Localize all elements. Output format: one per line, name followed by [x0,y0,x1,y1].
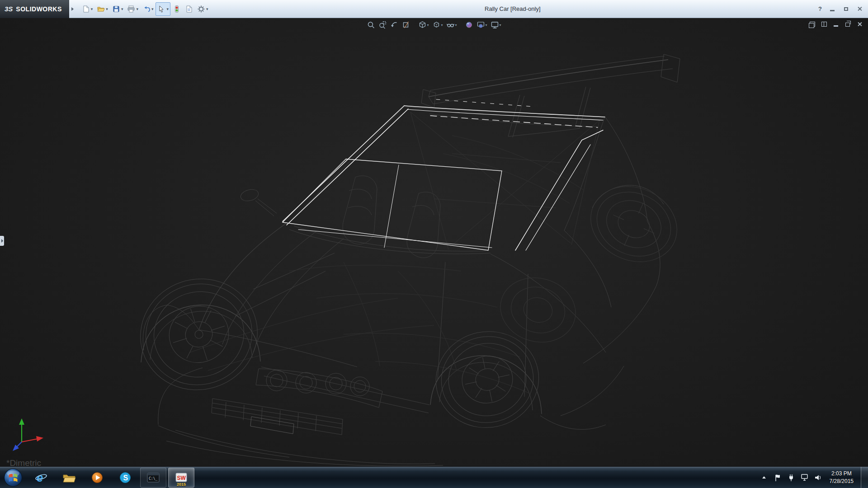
doc-minimize-button[interactable] [833,21,839,27]
view-cube-icon [418,21,426,29]
view-orientation-button[interactable]: ▾ [416,19,430,31]
appearance-sphere-icon [465,21,473,29]
media-player-icon [91,471,104,484]
doc-restore-button[interactable] [844,21,851,27]
volume-button[interactable] [814,474,822,482]
taskbar-media-player[interactable] [84,468,110,488]
edit-appearance-button[interactable] [463,19,475,31]
taskbar-windows-explorer[interactable] [56,468,82,488]
view-settings-button[interactable]: ▾ [489,19,503,31]
main-toolbar: ▾ ▾ ▾ ▾ ▾ ▾ [80,2,211,16]
gear-icon [197,5,205,13]
doc-cascade-button[interactable] [809,21,816,27]
speaker-icon [814,474,822,481]
dropdown-arrow-icon[interactable]: ▾ [500,23,501,27]
action-center-button[interactable] [774,474,782,482]
solidworks-version-badge: 2015 [169,482,194,487]
save-icon [112,5,120,13]
doc-close-button[interactable] [856,21,863,27]
save-button[interactable]: ▾ [110,2,125,16]
dropdown-arrow-icon[interactable]: ▾ [206,7,208,11]
close-icon [857,22,862,27]
folder-icon [62,472,76,483]
close-button[interactable] [856,6,863,12]
zoom-to-area-icon [378,21,387,29]
previous-view-icon [390,21,398,29]
wireframe-car-model [0,18,868,466]
taskbar-internet-explorer[interactable]: e [28,468,54,488]
select-button[interactable]: ▾ [156,2,170,16]
taskbar-solidworks[interactable]: SW 2015 [168,468,194,488]
cascade-windows-icon [810,22,815,27]
open-folder-icon [97,5,105,13]
new-document-icon [82,5,90,13]
x-axis-arrow [36,436,43,441]
help-button[interactable]: ? [818,5,822,12]
svg-text:SW: SW [177,474,186,481]
maximize-button[interactable] [843,6,849,12]
hide-show-items-button[interactable]: ▾ [444,19,458,31]
dropdown-arrow-icon[interactable]: ▾ [121,7,123,11]
show-hidden-icons-button[interactable] [760,474,768,482]
show-desktop-button[interactable] [861,467,868,488]
svg-text:e: e [37,471,43,484]
start-button[interactable] [4,468,23,487]
titlebar: 3S SOLIDWORKS ▾ ▾ ▾ ▾ ▾ [0,0,868,18]
clock[interactable]: 2:03 PM 7/28/2015 [830,470,854,484]
minimize-button[interactable] [829,6,835,12]
chevron-up-icon [762,476,766,479]
viewport-3d[interactable]: ▾ ▾ ▾ ▾ ▾ [0,18,868,466]
minimize-icon [830,10,835,11]
print-icon [127,5,135,13]
power-plug-icon [788,474,795,482]
rebuild-stoplight-icon [173,5,181,13]
section-view-icon [402,21,410,29]
featuremanager-flyout-handle[interactable] [0,236,4,246]
dropdown-arrow-icon[interactable]: ▾ [151,7,154,11]
view-settings-icon [491,21,499,29]
taskbar-skype[interactable]: S [112,468,138,488]
display-style-button[interactable]: ▾ [430,19,444,31]
menu-expand-arrow[interactable] [69,0,76,18]
skype-icon: S [119,471,132,484]
dropdown-arrow-icon[interactable]: ▾ [91,7,93,11]
dropdown-arrow-icon[interactable]: ▾ [136,7,138,11]
eyeglasses-icon [446,21,454,29]
open-button[interactable]: ▾ [95,2,110,16]
dropdown-arrow-icon[interactable]: ▾ [486,23,487,27]
zoom-to-fit-button[interactable] [365,19,377,31]
chevron-right-icon [1,239,3,243]
dropdown-arrow-icon[interactable]: ▾ [441,23,443,27]
apply-scene-button[interactable]: ▾ [475,19,489,31]
dropdown-arrow-icon[interactable]: ▾ [106,7,108,11]
power-button[interactable] [787,474,795,482]
undo-button[interactable]: ▾ [141,2,156,16]
zoom-to-area-button[interactable] [377,19,388,31]
window-controls: ? [815,5,868,12]
select-cursor-icon [157,5,165,13]
clock-time: 2:03 PM [830,470,854,477]
headsup-view-toolbar: ▾ ▾ ▾ ▾ ▾ [365,19,503,31]
section-view-button[interactable] [400,19,412,31]
solidworks-icon: SW [175,472,188,483]
solidworks-logo: 3S SOLIDWORKS [0,0,69,18]
internet-explorer-icon: e [35,471,47,484]
network-button[interactable] [801,474,809,482]
scene-icon [477,21,485,29]
maximize-icon [844,7,848,11]
ds-logo-mark: 3S [5,5,13,13]
taskbar-command-prompt[interactable]: C:\_ [140,468,166,488]
dropdown-arrow-icon[interactable]: ▾ [455,23,457,27]
rebuild-button[interactable] [171,2,183,16]
file-properties-button[interactable] [183,2,195,16]
dropdown-arrow-icon[interactable]: ▾ [166,7,169,11]
dropdown-arrow-icon[interactable]: ▾ [427,23,429,27]
taskbar: e S C:\ [0,466,868,488]
new-document-button[interactable]: ▾ [80,2,95,16]
print-button[interactable]: ▾ [125,2,140,16]
tile-windows-icon [821,22,827,27]
options-button[interactable]: ▾ [195,2,210,16]
previous-view-button[interactable] [388,19,400,31]
undo-icon [142,5,151,13]
doc-tile-button[interactable] [821,21,827,27]
